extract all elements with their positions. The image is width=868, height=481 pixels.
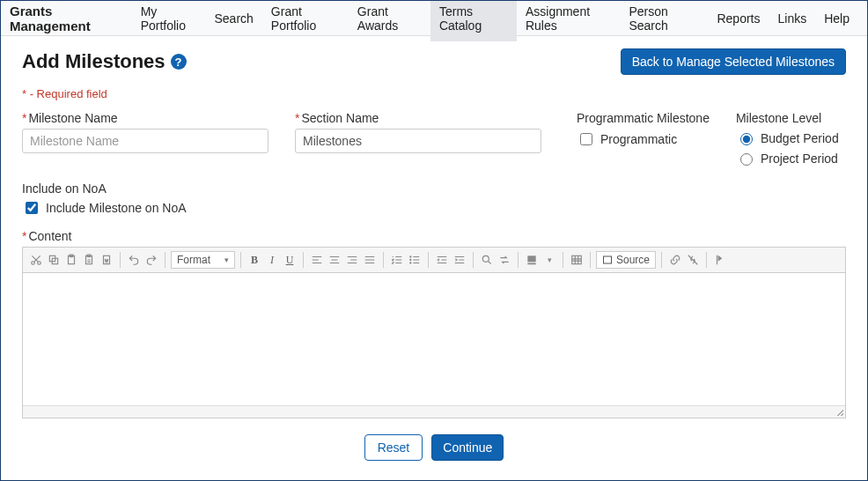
programmatic-group-label: Programmatic Milestone — [577, 111, 710, 125]
format-dropdown-label: Format — [177, 254, 210, 266]
chevron-down-icon: ▾ — [224, 255, 229, 264]
milestone-name-input[interactable] — [22, 129, 268, 153]
svg-point-11 — [410, 263, 411, 263]
section-name-input[interactable] — [295, 129, 541, 153]
section-name-group: *Section Name — [295, 111, 541, 166]
find-icon[interactable] — [479, 252, 495, 268]
text-color-dropdown-icon[interactable]: ▾ — [541, 252, 557, 268]
align-right-icon[interactable] — [344, 252, 360, 268]
programmatic-group: Programmatic Milestone Programmatic — [577, 111, 710, 166]
nav-reports[interactable]: Reports — [708, 3, 769, 34]
redo-icon[interactable] — [143, 252, 159, 268]
outdent-icon[interactable] — [434, 252, 450, 268]
continue-button[interactable]: Continue — [431, 434, 504, 461]
content-label: *Content — [22, 229, 846, 243]
programmatic-checkbox-row[interactable]: Programmatic — [577, 130, 710, 148]
nav-links[interactable]: Links — [769, 3, 816, 34]
section-name-label: *Section Name — [295, 111, 541, 125]
svg-rect-15 — [572, 255, 582, 263]
indent-icon[interactable] — [452, 252, 467, 268]
editor-content-area[interactable] — [23, 273, 845, 405]
milestone-name-label: *Milestone Name — [22, 111, 268, 125]
project-period-radio-row[interactable]: Project Period — [736, 151, 839, 166]
back-to-manage-button[interactable]: Back to Manage Selected Milestones — [621, 48, 846, 75]
programmatic-checkbox[interactable] — [580, 133, 592, 145]
nav-person-search[interactable]: Person Search — [620, 0, 708, 41]
svg-rect-16 — [604, 256, 612, 263]
help-icon[interactable]: ? — [171, 54, 187, 70]
svg-rect-13 — [527, 255, 535, 262]
anchor-icon[interactable] — [712, 252, 728, 268]
page-title: Add Milestones ? — [22, 50, 187, 73]
milestone-name-group: *Milestone Name — [22, 111, 268, 166]
align-left-icon[interactable] — [309, 252, 325, 268]
project-period-radio[interactable] — [740, 153, 753, 166]
unlink-icon[interactable] — [685, 252, 701, 268]
bold-icon[interactable]: B — [246, 252, 262, 268]
editor-toolbar: Format ▾ B I U ▾ — [23, 248, 845, 273]
undo-icon[interactable] — [126, 252, 142, 268]
paste-word-icon[interactable] — [99, 252, 114, 268]
nav-grant-portfolio[interactable]: Grant Portfolio — [262, 0, 349, 41]
rich-text-editor: Format ▾ B I U ▾ — [22, 247, 846, 418]
include-noa-checkbox-label: Include Milestone on NoA — [46, 201, 187, 215]
nav-search[interactable]: Search — [206, 3, 262, 34]
budget-period-radio-label: Budget Period — [761, 131, 839, 145]
align-center-icon[interactable] — [327, 252, 342, 268]
milestone-level-group: Milestone Level Budget Period Project Pe… — [736, 111, 839, 166]
nav-my-portfolio[interactable]: My Portfolio — [132, 0, 206, 41]
paste-text-icon[interactable] — [81, 252, 97, 268]
form-actions: Reset Continue — [22, 434, 846, 461]
reset-button[interactable]: Reset — [364, 434, 423, 461]
underline-icon[interactable]: U — [282, 252, 298, 268]
top-navbar: Grants Management My Portfolio Search Gr… — [1, 1, 867, 36]
page-header: Add Milestones ? Back to Manage Selected… — [22, 48, 846, 75]
paste-icon[interactable] — [63, 252, 79, 268]
table-icon[interactable] — [569, 252, 585, 268]
replace-icon[interactable] — [497, 252, 512, 268]
include-noa-checkbox-row[interactable]: Include Milestone on NoA — [22, 199, 846, 217]
nav-terms-catalog[interactable]: Terms Catalog — [430, 0, 517, 41]
include-noa-group-label: Include on NoA — [22, 181, 846, 196]
resize-handle[interactable] — [835, 407, 843, 416]
align-justify-icon[interactable] — [362, 252, 378, 268]
numbered-list-icon[interactable] — [389, 252, 405, 268]
project-period-radio-label: Project Period — [761, 152, 838, 166]
svg-rect-17 — [717, 255, 717, 265]
source-button-label: Source — [616, 254, 650, 266]
include-noa-checkbox[interactable] — [26, 202, 38, 214]
italic-icon[interactable]: I — [264, 252, 280, 268]
required-field-note: * - Required field — [22, 87, 846, 100]
svg-point-12 — [482, 255, 489, 262]
source-button[interactable]: Source — [596, 251, 656, 269]
copy-icon[interactable] — [46, 252, 62, 268]
nav-help[interactable]: Help — [815, 3, 858, 34]
text-color-icon[interactable] — [524, 252, 540, 268]
format-dropdown[interactable]: Format ▾ — [171, 251, 235, 269]
form-row-main: *Milestone Name *Section Name Programmat… — [22, 111, 846, 166]
editor-footer-bar — [23, 405, 845, 418]
link-icon[interactable] — [667, 252, 683, 268]
milestone-level-group-label: Milestone Level — [736, 111, 839, 125]
nav-grant-awards[interactable]: Grant Awards — [349, 0, 430, 41]
svg-point-10 — [410, 259, 411, 260]
budget-period-radio[interactable] — [740, 133, 753, 145]
svg-rect-14 — [527, 263, 535, 265]
cut-icon[interactable] — [28, 252, 44, 268]
app-brand: Grants Management — [10, 4, 120, 33]
budget-period-radio-row[interactable]: Budget Period — [736, 130, 839, 145]
svg-point-9 — [410, 256, 411, 257]
nav-assignment-rules[interactable]: Assignment Rules — [517, 0, 621, 41]
page-title-text: Add Milestones — [22, 50, 166, 73]
bullet-list-icon[interactable] — [407, 252, 423, 268]
programmatic-checkbox-label: Programmatic — [600, 132, 677, 146]
